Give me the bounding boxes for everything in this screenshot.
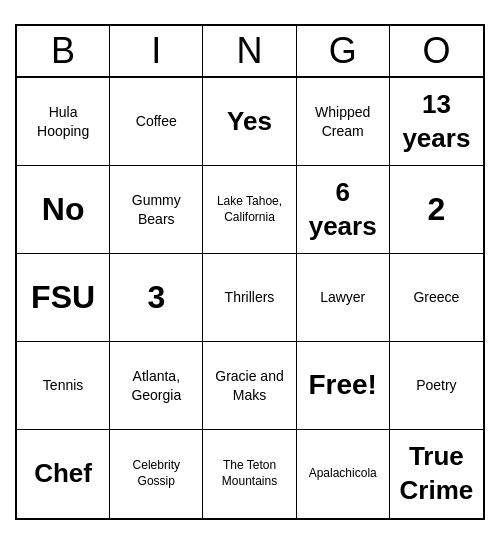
bingo-cell: Chef	[17, 430, 110, 518]
bingo-cell: 6 years	[297, 166, 390, 254]
header-letter: I	[110, 26, 203, 76]
bingo-cell: Apalachicola	[297, 430, 390, 518]
bingo-card: BINGO Hula HoopingCoffeeYesWhipped Cream…	[15, 24, 485, 520]
bingo-grid: Hula HoopingCoffeeYesWhipped Cream13 yea…	[17, 78, 483, 518]
header-letter: O	[390, 26, 483, 76]
bingo-cell: True Crime	[390, 430, 483, 518]
bingo-cell: Gummy Bears	[110, 166, 203, 254]
bingo-cell: Gracie and Maks	[203, 342, 296, 430]
header-letter: N	[203, 26, 296, 76]
bingo-cell: Atlanta, Georgia	[110, 342, 203, 430]
header-letter: G	[297, 26, 390, 76]
header-letter: B	[17, 26, 110, 76]
bingo-cell: The Teton Mountains	[203, 430, 296, 518]
bingo-cell: Greece	[390, 254, 483, 342]
bingo-header: BINGO	[17, 26, 483, 78]
bingo-cell: Tennis	[17, 342, 110, 430]
bingo-cell: Celebrity Gossip	[110, 430, 203, 518]
bingo-cell: No	[17, 166, 110, 254]
bingo-cell: Coffee	[110, 78, 203, 166]
bingo-cell: Whipped Cream	[297, 78, 390, 166]
bingo-cell: Poetry	[390, 342, 483, 430]
bingo-cell: 13 years	[390, 78, 483, 166]
bingo-cell: Thrillers	[203, 254, 296, 342]
bingo-cell: Free!	[297, 342, 390, 430]
bingo-cell: FSU	[17, 254, 110, 342]
bingo-cell: 2	[390, 166, 483, 254]
bingo-cell: Yes	[203, 78, 296, 166]
bingo-cell: Lake Tahoe, California	[203, 166, 296, 254]
bingo-cell: 3	[110, 254, 203, 342]
bingo-cell: Lawyer	[297, 254, 390, 342]
bingo-cell: Hula Hooping	[17, 78, 110, 166]
